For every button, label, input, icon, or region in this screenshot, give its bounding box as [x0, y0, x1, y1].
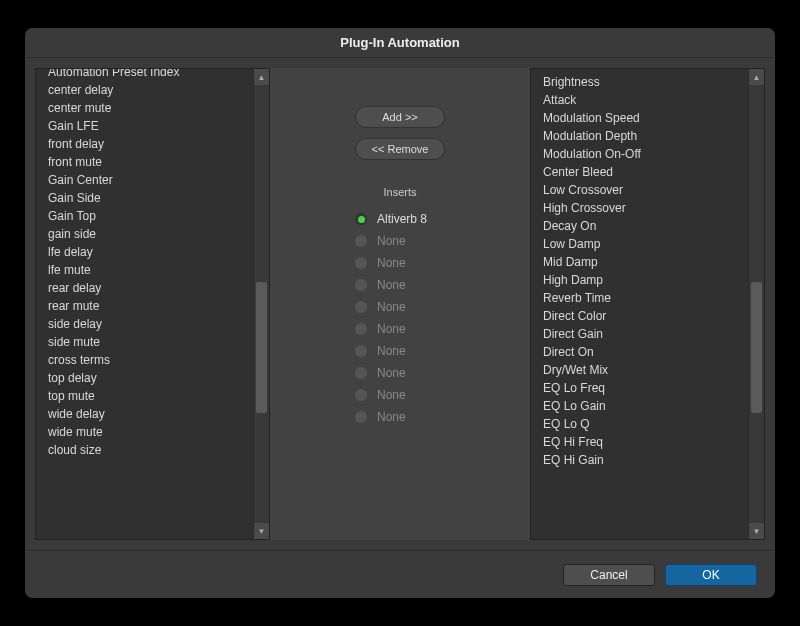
- insert-slot[interactable]: None: [325, 230, 475, 252]
- scroll-track[interactable]: [749, 85, 764, 523]
- add-button-label: Add >>: [382, 111, 417, 123]
- radio-icon[interactable]: [355, 279, 367, 291]
- insert-slot[interactable]: Altiverb 8: [325, 208, 475, 230]
- inserts-heading: Inserts: [383, 186, 416, 198]
- insert-slot[interactable]: None: [325, 252, 475, 274]
- scroll-thumb[interactable]: [751, 282, 762, 413]
- insert-slot[interactable]: None: [325, 318, 475, 340]
- list-item[interactable]: center mute: [48, 99, 253, 117]
- list-item[interactable]: wide mute: [48, 423, 253, 441]
- enabled-params-listwrap: BrightnessAttackModulation SpeedModulati…: [531, 69, 764, 539]
- radio-icon[interactable]: [355, 213, 367, 225]
- list-item[interactable]: EQ Lo Q: [543, 415, 748, 433]
- insert-slot[interactable]: None: [325, 274, 475, 296]
- list-item[interactable]: lfe mute: [48, 261, 253, 279]
- list-item[interactable]: Modulation On-Off: [543, 145, 748, 163]
- list-item[interactable]: Dry/Wet Mix: [543, 361, 748, 379]
- scroll-down-icon[interactable]: ▼: [749, 523, 764, 539]
- left-scrollbar[interactable]: ▲ ▼: [253, 69, 269, 539]
- radio-icon[interactable]: [355, 345, 367, 357]
- list-item[interactable]: Modulation Speed: [543, 109, 748, 127]
- enabled-params-panel: BrightnessAttackModulation SpeedModulati…: [530, 68, 765, 540]
- list-item[interactable]: rear mute: [48, 297, 253, 315]
- list-item[interactable]: Direct Gain: [543, 325, 748, 343]
- titlebar: Plug-In Automation: [25, 28, 775, 58]
- insert-label: None: [377, 322, 406, 336]
- list-item[interactable]: rear delay: [48, 279, 253, 297]
- available-params-list[interactable]: Automation Preset Indexcenter delaycente…: [36, 69, 253, 539]
- list-item[interactable]: Direct Color: [543, 307, 748, 325]
- list-item[interactable]: Mid Damp: [543, 253, 748, 271]
- list-item[interactable]: Automation Preset Index: [48, 69, 253, 81]
- list-item[interactable]: EQ Lo Gain: [543, 397, 748, 415]
- insert-label: None: [377, 410, 406, 424]
- remove-button[interactable]: << Remove: [355, 138, 445, 160]
- radio-icon[interactable]: [355, 367, 367, 379]
- radio-icon[interactable]: [355, 235, 367, 247]
- cancel-button-label: Cancel: [590, 568, 627, 582]
- list-item[interactable]: Low Crossover: [543, 181, 748, 199]
- list-item[interactable]: center delay: [48, 81, 253, 99]
- inserts-list: Altiverb 8NoneNoneNoneNoneNoneNoneNoneNo…: [325, 208, 475, 428]
- list-item[interactable]: cross terms: [48, 351, 253, 369]
- list-item[interactable]: Center Bleed: [543, 163, 748, 181]
- list-item[interactable]: Gain LFE: [48, 117, 253, 135]
- radio-icon[interactable]: [355, 257, 367, 269]
- list-item[interactable]: Attack: [543, 91, 748, 109]
- list-item[interactable]: gain side: [48, 225, 253, 243]
- list-item[interactable]: High Crossover: [543, 199, 748, 217]
- window-title: Plug-In Automation: [340, 35, 459, 50]
- radio-icon[interactable]: [355, 411, 367, 423]
- insert-label: None: [377, 366, 406, 380]
- list-item[interactable]: Gain Center: [48, 171, 253, 189]
- list-item[interactable]: Gain Top: [48, 207, 253, 225]
- list-item[interactable]: Reverb Time: [543, 289, 748, 307]
- scroll-up-icon[interactable]: ▲: [254, 69, 269, 85]
- scroll-track[interactable]: [254, 85, 269, 523]
- insert-slot[interactable]: None: [325, 362, 475, 384]
- insert-label: None: [377, 256, 406, 270]
- right-scrollbar[interactable]: ▲ ▼: [748, 69, 764, 539]
- insert-label: None: [377, 344, 406, 358]
- insert-slot[interactable]: None: [325, 340, 475, 362]
- list-item[interactable]: High Damp: [543, 271, 748, 289]
- list-item[interactable]: cloud size: [48, 441, 253, 459]
- list-item[interactable]: EQ Lo Freq: [543, 379, 748, 397]
- ok-button[interactable]: OK: [665, 564, 757, 586]
- list-item[interactable]: Gain Side: [48, 189, 253, 207]
- list-item[interactable]: Modulation Depth: [543, 127, 748, 145]
- list-item[interactable]: front mute: [48, 153, 253, 171]
- insert-slot[interactable]: None: [325, 384, 475, 406]
- list-item[interactable]: Brightness: [543, 73, 748, 91]
- scroll-up-icon[interactable]: ▲: [749, 69, 764, 85]
- insert-label: None: [377, 278, 406, 292]
- add-button[interactable]: Add >>: [355, 106, 445, 128]
- scroll-down-icon[interactable]: ▼: [254, 523, 269, 539]
- list-item[interactable]: side mute: [48, 333, 253, 351]
- list-item[interactable]: Decay On: [543, 217, 748, 235]
- insert-slot[interactable]: None: [325, 296, 475, 318]
- list-item[interactable]: side delay: [48, 315, 253, 333]
- list-item[interactable]: Direct On: [543, 343, 748, 361]
- radio-icon[interactable]: [355, 323, 367, 335]
- radio-icon[interactable]: [355, 301, 367, 313]
- scroll-thumb[interactable]: [256, 282, 267, 413]
- insert-slot[interactable]: None: [325, 406, 475, 428]
- list-item[interactable]: top mute: [48, 387, 253, 405]
- list-item[interactable]: lfe delay: [48, 243, 253, 261]
- list-item[interactable]: wide delay: [48, 405, 253, 423]
- list-item[interactable]: top delay: [48, 369, 253, 387]
- plugin-automation-window: Plug-In Automation Automation Preset Ind…: [25, 28, 775, 598]
- list-item[interactable]: EQ Hi Gain: [543, 451, 748, 469]
- list-item[interactable]: Low Damp: [543, 235, 748, 253]
- available-params-panel: Automation Preset Indexcenter delaycente…: [35, 68, 270, 540]
- radio-icon[interactable]: [355, 389, 367, 401]
- insert-label: None: [377, 388, 406, 402]
- enabled-params-list[interactable]: BrightnessAttackModulation SpeedModulati…: [531, 69, 748, 539]
- list-item[interactable]: EQ Hi Freq: [543, 433, 748, 451]
- cancel-button[interactable]: Cancel: [563, 564, 655, 586]
- insert-label: None: [377, 300, 406, 314]
- remove-button-label: << Remove: [372, 143, 429, 155]
- center-column: Add >> << Remove Inserts Altiverb 8NoneN…: [278, 68, 522, 540]
- list-item[interactable]: front delay: [48, 135, 253, 153]
